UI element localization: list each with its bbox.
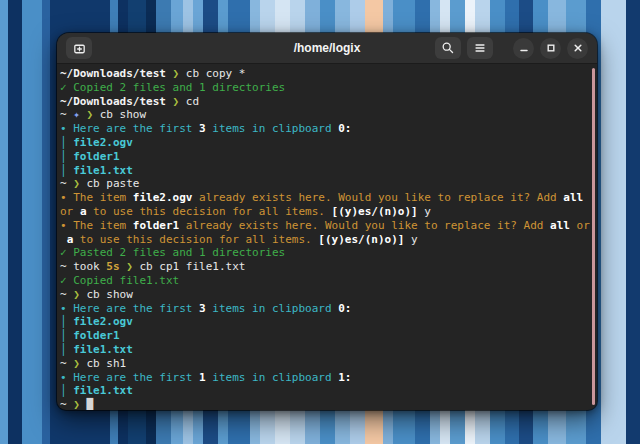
terminal-text-span: ✓ Copied 2 files and 1 directories: [60, 81, 285, 94]
terminal-line: • Here are the first 3 items in clipboar…: [60, 302, 593, 316]
terminal-text-span: [(y)es/(n)o)]: [332, 205, 418, 218]
close-button[interactable]: [567, 38, 588, 59]
terminal-text-span: │: [60, 343, 73, 356]
menu-icon: [473, 41, 487, 55]
terminal-line: ✓ Copied 2 files and 1 directories: [60, 81, 593, 95]
terminal-text-span: │: [60, 384, 73, 397]
terminal-text-span: or: [570, 219, 590, 232]
terminal-text-span: ❯: [173, 67, 186, 80]
wallpaper-stripe: [8, 0, 22, 444]
terminal-text-span: • The item: [60, 219, 133, 232]
terminal-text-span: ~: [60, 398, 73, 410]
maximize-button[interactable]: [540, 38, 561, 59]
terminal-text-span: ~: [60, 177, 73, 190]
terminal-text-span: cb show: [100, 108, 146, 121]
terminal-text-span: to use this decision for all items.: [73, 233, 318, 246]
terminal-text-span: cb sh1: [87, 357, 127, 370]
wallpaper-stripe: [42, 0, 50, 444]
terminal-text-span: ❯: [73, 288, 86, 301]
terminal-text-span: ❯: [73, 177, 86, 190]
terminal-line: │ folder1: [60, 150, 593, 164]
terminal-line: ~ ❯ █: [60, 398, 593, 410]
terminal-line: ~ ❯ cb sh1: [60, 357, 593, 371]
terminal-text-span: │: [60, 136, 73, 149]
terminal-text-span: all: [563, 191, 583, 204]
cursor: █: [87, 398, 94, 410]
search-button[interactable]: [435, 37, 461, 59]
wallpaper-stripe: [22, 0, 42, 444]
wallpaper-stripe: [0, 0, 8, 444]
terminal-window: /home/logix: [57, 33, 597, 410]
terminal-text-span: │: [60, 315, 73, 328]
terminal-line: │ folder1: [60, 329, 593, 343]
terminal-text-span: 1: [199, 371, 206, 384]
new-tab-button[interactable]: [66, 37, 92, 59]
terminal-text-span: y: [404, 233, 417, 246]
search-icon: [441, 41, 455, 55]
terminal-text-span: ❯: [87, 108, 100, 121]
terminal-text-span: items in clipboard: [206, 122, 338, 135]
terminal-text-span: folder1: [133, 219, 179, 232]
terminal-text-span: ~: [60, 108, 73, 121]
terminal-text-span: ✦: [73, 108, 86, 121]
terminal-text-span: ~/Downloads/test: [60, 67, 173, 80]
terminal-text-span: all: [550, 219, 570, 232]
terminal-text-span: file1.txt: [73, 384, 133, 397]
terminal-text-span: 3: [199, 122, 206, 135]
terminal-text-span: ~: [60, 288, 73, 301]
terminal-text-span: ~/Downloads/test: [60, 95, 173, 108]
terminal-text-span: ✓ Copied file1.txt: [60, 274, 179, 287]
terminal-line: ~ ❯ cb show: [60, 288, 593, 302]
terminal-text-span: • Here are the first: [60, 122, 199, 135]
terminal-line: • Here are the first 3 items in clipboar…: [60, 122, 593, 136]
terminal-text-span: [(y)es/(n)o)]: [318, 233, 404, 246]
terminal-text-span: or: [60, 205, 80, 218]
terminal-text-span: │: [60, 329, 73, 342]
titlebar-controls: [435, 37, 588, 59]
terminal-text-span: 0:: [338, 302, 351, 315]
minimize-icon: [518, 42, 530, 54]
terminal-content: ~/Downloads/test ❯ cb copy *✓ Copied 2 f…: [57, 64, 597, 410]
terminal-scrollbar[interactable]: [592, 68, 595, 405]
terminal-text-span: [60, 233, 67, 246]
terminal-line: • The item file2.ogv already exists here…: [60, 191, 593, 205]
terminal-text-span: │: [60, 150, 73, 163]
terminal-line: │ file2.ogv: [60, 136, 593, 150]
terminal-text-span: ❯: [73, 398, 86, 410]
terminal-text-span: folder1: [73, 329, 119, 342]
terminal-text-span: ❯: [126, 260, 139, 273]
terminal-text-span: file2.ogv: [133, 191, 193, 204]
titlebar[interactable]: /home/logix: [57, 33, 597, 64]
terminal-line: a to use this decision for all items. [(…: [60, 233, 593, 247]
terminal-text-span: 1:: [338, 371, 351, 384]
terminal-text-span: cb cp1 file1.txt: [139, 260, 245, 273]
terminal-line: or a to use this decision for all items.…: [60, 205, 593, 219]
terminal-text-span: folder1: [73, 150, 119, 163]
menu-button[interactable]: [467, 37, 493, 59]
terminal-text-span: 5s: [106, 260, 119, 273]
terminal-text-span: 0:: [338, 122, 351, 135]
terminal-text-span: already exists here. Would you like to r…: [192, 191, 563, 204]
terminal-text-span: • Here are the first: [60, 371, 199, 384]
minimize-button[interactable]: [513, 38, 534, 59]
terminal-line: ~ took 5s ❯ cb cp1 file1.txt: [60, 260, 593, 274]
terminal-text-span: ❯: [73, 357, 86, 370]
terminal-text-span: a: [80, 205, 87, 218]
terminal-text-span: file1.txt: [73, 164, 133, 177]
terminal-text-span: • Here are the first: [60, 302, 199, 315]
terminal-text-span: • The item: [60, 191, 133, 204]
terminal-line: ✓ Copied file1.txt: [60, 274, 593, 288]
close-icon: [572, 42, 584, 54]
maximize-icon: [545, 42, 557, 54]
new-tab-icon: [72, 41, 87, 56]
terminal-line: ~/Downloads/test ❯ cd: [60, 95, 593, 109]
terminal-text-span: cb copy *: [186, 67, 246, 80]
terminal-text-span: cb paste: [87, 177, 140, 190]
terminal-text-span: already exists here. Would you like to r…: [179, 219, 550, 232]
terminal-text-span: file2.ogv: [73, 315, 133, 328]
terminal-line: ~ ✦ ❯ cb show: [60, 108, 593, 122]
terminal-text-span: ❯: [173, 95, 186, 108]
terminal-text-span: ✓ Pasted 2 files and 1 directories: [60, 246, 285, 259]
terminal-text-span: 3: [199, 302, 206, 315]
terminal-line: ~/Downloads/test ❯ cb copy *: [60, 67, 593, 81]
